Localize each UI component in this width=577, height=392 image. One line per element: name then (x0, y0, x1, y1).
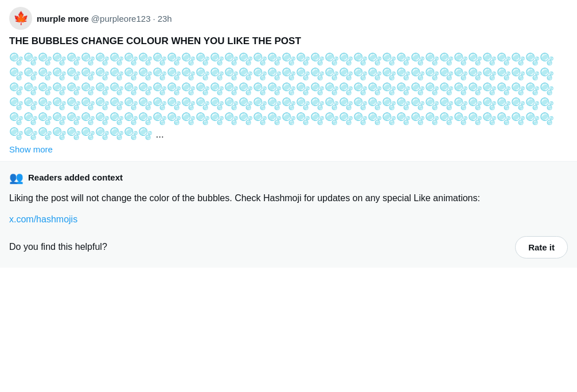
ellipsis: ... (156, 129, 164, 140)
context-link[interactable]: x.com/hashmojis (9, 214, 568, 225)
bubbles-content: 🫧🫧🫧🫧🫧🫧🫧🫧🫧🫧🫧🫧🫧🫧🫧🫧🫧🫧🫧🫧🫧🫧🫧🫧🫧🫧🫧🫧🫧🫧🫧🫧🫧🫧🫧🫧🫧🫧🫧🫧… (9, 52, 568, 141)
context-body: Liking the post will not change the colo… (9, 191, 568, 205)
rate-it-button[interactable]: Rate it (515, 236, 568, 258)
show-more-link[interactable]: Show more (9, 144, 568, 154)
avatar-emoji: 🍁 (13, 11, 29, 26)
timestamp: 23h (158, 14, 172, 23)
readers-icon: 👥 (9, 171, 24, 185)
context-header: 👥 Readers added context (9, 171, 568, 185)
context-footer: Do you find this helpful? Rate it (9, 236, 568, 258)
context-title: Readers added context (28, 173, 123, 182)
post-meta: murple more @purpleore123 · 23h (37, 14, 172, 23)
bubbles-text: 🫧🫧🫧🫧🫧🫧🫧🫧🫧🫧🫧🫧🫧🫧🫧🫧🫧🫧🫧🫧🫧🫧🫧🫧🫧🫧🫧🫧🫧🫧🫧🫧🫧🫧🫧🫧🫧🫧🫧🫧… (9, 53, 554, 140)
dot-separator: · (153, 14, 155, 23)
display-name: murple more (37, 14, 89, 23)
avatar: 🍁 (9, 7, 32, 30)
username: @purpleore123 (91, 14, 151, 23)
post-header: 🍁 murple more @purpleore123 · 23h (9, 7, 568, 30)
helpful-text: Do you find this helpful? (9, 242, 107, 252)
context-section: 👥 Readers added context Liking the post … (0, 162, 577, 268)
post-section: 🍁 murple more @purpleore123 · 23h THE BU… (0, 0, 577, 154)
post-title: THE BUBBLES CHANGE COLOUR WHEN YOU LIKE … (9, 34, 568, 48)
